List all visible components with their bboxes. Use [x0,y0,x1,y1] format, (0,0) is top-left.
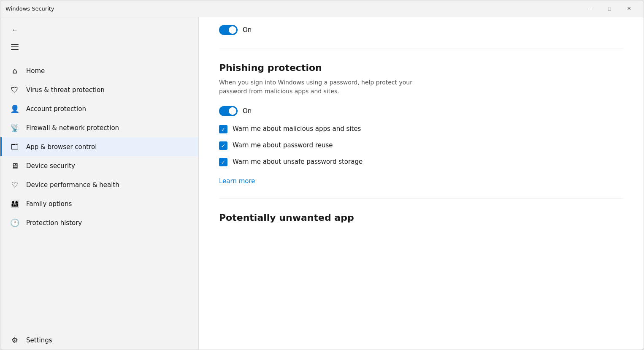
checkbox-reuse-row: ✓ Warn me about password reuse [219,141,623,150]
phishing-description: When you sign into Windows using a passw… [219,78,430,96]
sidebar-top: ← [0,17,198,58]
hamburger-line-1 [11,44,19,45]
potentially-unwanted-section: Potentially unwanted app [219,199,623,241]
sidebar-item-device-security[interactable]: 🖥Device security [0,156,198,175]
sidebar-item-virus[interactable]: 🛡Virus & threat protection [0,80,198,99]
sidebar-item-device-health[interactable]: ♡Device performance & health [0,175,198,194]
phishing-toggle-row: On [219,106,623,116]
device-health-icon: ♡ [10,180,19,189]
nav-menu: ⌂Home🛡Virus & threat protection👤Account … [0,58,198,236]
phishing-toggle-knob [229,107,236,115]
checkbox-unsafe-check: ✓ [221,160,226,165]
sidebar-item-account[interactable]: 👤Account protection [0,99,198,118]
top-toggle-switch[interactable] [219,25,238,35]
virus-icon: 🛡 [10,85,19,94]
app-body: ← ⌂Home🛡Virus & threat protection👤Accoun… [0,17,644,350]
phishing-title: Phishing protection [219,62,623,73]
virus-label: Virus & threat protection [26,86,105,94]
sidebar-item-family[interactable]: 👨‍👩‍👧Family options [0,194,198,213]
settings-icon: ⚙ [10,336,19,345]
firewall-label: Firewall & network protection [26,124,119,132]
main-content: On Phishing protection When you sign int… [199,17,644,350]
learn-more-link[interactable]: Learn more [219,177,255,185]
checkbox-reuse-check: ✓ [221,143,226,149]
checkbox-malicious-label: Warn me about malicious apps and sites [233,125,361,133]
titlebar: Windows Security − □ ✕ [0,0,644,17]
checkbox-reuse[interactable]: ✓ [219,141,227,150]
sidebar-item-settings[interactable]: ⚙ Settings [0,331,198,350]
potentially-unwanted-title: Potentially unwanted app [219,212,623,223]
top-toggle-knob [229,26,236,34]
history-label: Protection history [26,219,82,227]
hamburger-line-3 [11,49,19,50]
app-window: Windows Security − □ ✕ ← ⌂Home🛡Vir [0,0,644,350]
home-icon: ⌂ [10,66,19,75]
app-browser-label: App & browser control [26,143,97,151]
account-icon: 👤 [10,104,19,113]
account-label: Account protection [26,105,86,113]
firewall-icon: 📡 [10,123,19,132]
device-health-label: Device performance & health [26,181,119,189]
phishing-toggle-label: On [243,107,252,115]
checkbox-unsafe-label: Warn me about unsafe password storage [233,157,363,166]
device-security-label: Device security [26,162,75,170]
back-button[interactable]: ← [7,22,22,38]
home-label: Home [26,67,45,75]
sidebar-item-history[interactable]: 🕐Protection history [0,213,198,232]
history-icon: 🕐 [10,218,19,227]
top-toggle-row: On [219,17,623,49]
close-button[interactable]: ✕ [619,2,639,16]
family-icon: 👨‍👩‍👧 [10,199,19,208]
restore-button[interactable]: □ [600,2,619,16]
settings-label: Settings [26,336,52,344]
menu-button[interactable] [7,39,22,54]
top-toggle-label: On [243,26,252,34]
app-browser-icon: 🗔 [10,142,19,151]
checkbox-unsafe-row: ✓ Warn me about unsafe password storage [219,157,623,166]
phishing-toggle-switch[interactable] [219,106,238,116]
checkbox-reuse-label: Warn me about password reuse [233,141,333,150]
sidebar-item-home[interactable]: ⌂Home [0,61,198,80]
sidebar-item-app-browser[interactable]: 🗔App & browser control [0,137,198,156]
family-label: Family options [26,200,72,208]
device-security-icon: 🖥 [10,161,19,170]
minimize-button[interactable]: − [580,2,600,16]
sidebar: ← ⌂Home🛡Virus & threat protection👤Accoun… [0,17,199,350]
checkbox-malicious-check: ✓ [221,127,226,132]
checkbox-malicious-row: ✓ Warn me about malicious apps and sites [219,125,623,133]
window-controls: − □ ✕ [580,2,639,16]
checkbox-unsafe[interactable]: ✓ [219,158,227,166]
window-title: Windows Security [5,5,54,12]
checkbox-malicious[interactable]: ✓ [219,125,227,133]
hamburger-line-2 [11,46,19,47]
back-icon: ← [11,26,18,34]
phishing-section: Phishing protection When you sign into W… [219,49,623,199]
sidebar-item-firewall[interactable]: 📡Firewall & network protection [0,118,198,137]
